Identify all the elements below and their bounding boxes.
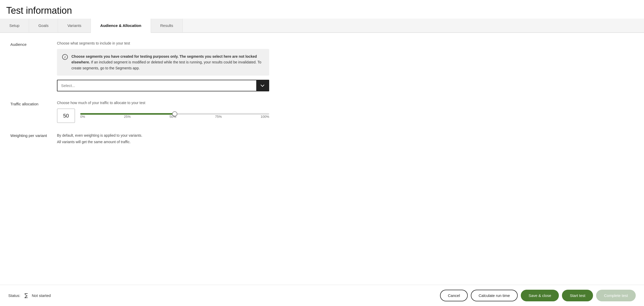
weighting-label: Weighting per variant	[10, 132, 57, 145]
traffic-label: Traffic allocation	[10, 101, 57, 123]
footer-bar: Status: Not started Cancel Calculate run…	[0, 285, 644, 306]
tab-goals[interactable]: Goals	[29, 19, 58, 32]
slider-label-75: 75%	[215, 115, 222, 119]
weighting-line2: All variants will get the same amount of…	[57, 139, 269, 145]
traffic-field: Choose how much of your traffic to alloc…	[57, 101, 269, 123]
segment-select-input[interactable]	[57, 80, 256, 91]
status-label: Status:	[8, 293, 20, 298]
audience-info-rest: If an included segment is modified or de…	[71, 60, 261, 70]
slider-container: 0% 25% 50% 75% 100%	[80, 113, 269, 119]
main-content: Audience Choose what segments to include…	[0, 33, 644, 285]
info-icon: i	[62, 54, 68, 60]
calculate-run-time-button[interactable]: Calculate run time	[471, 290, 518, 301]
traffic-value-display: 50	[57, 108, 75, 123]
footer-status: Status: Not started	[8, 293, 51, 299]
traffic-value: 50	[63, 113, 69, 119]
audience-info-text: Choose segments you have created for tes…	[71, 54, 264, 71]
tab-audience-allocation[interactable]: Audience & Allocation	[91, 19, 151, 33]
traffic-description: Choose how much of your traffic to alloc…	[57, 101, 269, 105]
tab-variants[interactable]: Variants	[58, 19, 91, 32]
traffic-section: Traffic allocation Choose how much of yo…	[10, 101, 634, 123]
complete-test-button[interactable]: Complete test	[596, 290, 636, 301]
slider-label-25: 25%	[124, 115, 131, 119]
segment-select-wrapper[interactable]	[57, 80, 269, 91]
weighting-text: By default, even weighting is applied to…	[57, 132, 269, 145]
audience-section: Audience Choose what segments to include…	[10, 41, 634, 91]
slider-label-0: 0%	[80, 115, 85, 119]
save-close-button[interactable]: Save & close	[521, 290, 559, 301]
footer-actions: Cancel Calculate run time Save & close S…	[440, 290, 636, 301]
page-header: Test information	[0, 0, 644, 19]
audience-label: Audience	[10, 41, 57, 91]
audience-info-box: i Choose segments you have created for t…	[57, 49, 269, 76]
weighting-section: Weighting per variant By default, even w…	[10, 132, 634, 145]
slider-labels: 0% 25% 50% 75% 100%	[80, 115, 269, 119]
weighting-field: By default, even weighting is applied to…	[57, 132, 269, 145]
weighting-line1: By default, even weighting is applied to…	[57, 132, 269, 139]
status-value: Not started	[32, 293, 51, 298]
tab-setup[interactable]: Setup	[0, 19, 29, 32]
segment-dropdown-button[interactable]	[256, 80, 269, 91]
traffic-row: 50 0% 25% 50% 75% 100%	[57, 108, 269, 123]
start-test-button[interactable]: Start test	[562, 290, 593, 301]
cancel-button[interactable]: Cancel	[440, 290, 468, 301]
tab-results[interactable]: Results	[151, 19, 183, 32]
page-title: Test information	[6, 5, 638, 16]
audience-field: Choose what segments to include in your …	[57, 41, 269, 91]
tabs-bar: Setup Goals Variants Audience & Allocati…	[0, 19, 644, 33]
slider-label-50: 50%	[170, 115, 176, 119]
chevron-down-icon	[260, 84, 265, 88]
slider-label-100: 100%	[261, 115, 269, 119]
audience-description: Choose what segments to include in your …	[57, 41, 269, 45]
not-started-icon	[23, 293, 29, 299]
